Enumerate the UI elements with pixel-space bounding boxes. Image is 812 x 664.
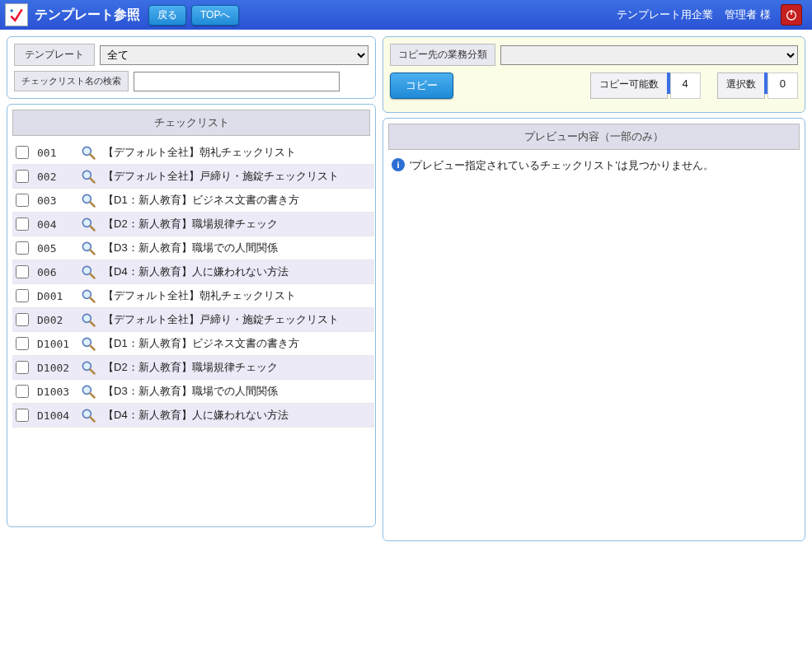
template-select[interactable]: 全て xyxy=(100,45,368,65)
row-checkbox[interactable] xyxy=(16,337,29,350)
svg-line-16 xyxy=(91,298,95,302)
row-title: 【デフォルト全社】戸締り・施錠チェックリスト xyxy=(103,312,371,327)
table-row: 003【D1：新人教育】ビジネス文書の書き方 xyxy=(12,189,374,213)
table-row: D1001【D1：新人教育】ビジネス文書の書き方 xyxy=(12,332,374,356)
copy-category-label: コピー先の業務分類 xyxy=(390,44,495,66)
preview-info-line: i 'プレビュー指定されているチェックリスト'は見つかりません。 xyxy=(392,158,800,173)
copy-button[interactable]: コピー xyxy=(390,72,453,99)
row-code: D001 xyxy=(37,290,73,302)
table-row: D002【デフォルト全社】戸締り・施錠チェックリスト xyxy=(12,308,374,332)
magnifier-icon[interactable] xyxy=(78,383,98,400)
svg-line-14 xyxy=(91,274,95,278)
selected-label: 選択数 xyxy=(717,72,765,99)
row-title: 【D3：新人教育】職場での人間関係 xyxy=(103,241,371,255)
row-checkbox[interactable] xyxy=(16,265,29,278)
table-row: 004【D2：新人教育】職場規律チェック xyxy=(12,213,374,236)
row-checkbox[interactable] xyxy=(16,170,29,183)
table-row: D1004【D4：新人教育】人に嫌われない方法 xyxy=(12,404,374,428)
row-code: 002 xyxy=(37,171,73,183)
preview-info-text: 'プレビュー指定されているチェックリスト'は見つかりません。 xyxy=(410,158,714,173)
magnifier-icon[interactable] xyxy=(78,335,98,352)
magnifier-icon[interactable] xyxy=(78,192,98,208)
checklist-body[interactable]: 001【デフォルト全社】朝礼チェックリスト002【デフォルト全社】戸締り・施錠チ… xyxy=(12,141,374,521)
magnifier-icon[interactable] xyxy=(78,168,98,185)
row-checkbox[interactable] xyxy=(16,361,29,374)
search-label: チェックリスト名の検索 xyxy=(14,71,129,91)
row-checkbox[interactable] xyxy=(16,409,29,422)
row-checkbox[interactable] xyxy=(16,289,29,302)
preview-body[interactable]: i 'プレビュー指定されているチェックリスト'は見つかりません。 xyxy=(388,155,804,535)
svg-line-8 xyxy=(91,203,95,207)
logout-button[interactable] xyxy=(781,4,802,26)
row-title: 【D4：新人教育】人に嫌われない方法 xyxy=(103,264,371,279)
row-code: 004 xyxy=(37,218,73,231)
row-title: 【D3：新人教育】職場での人間関係 xyxy=(103,384,371,399)
left-filter-box: テンプレート 全て チェックリスト名の検索 xyxy=(7,36,376,99)
row-code: D1002 xyxy=(37,362,73,374)
magnifier-icon[interactable] xyxy=(78,264,98,280)
row-title: 【D2：新人教育】職場規律チェック xyxy=(103,217,371,231)
svg-line-22 xyxy=(91,370,95,374)
copy-category-select[interactable] xyxy=(500,45,798,65)
table-row: D1002【D2：新人教育】職場規律チェック xyxy=(12,356,374,380)
magnifier-icon[interactable] xyxy=(78,144,98,161)
app-logo xyxy=(5,3,28,26)
back-button[interactable]: 戻る xyxy=(148,5,186,26)
topbar-right: テンプレート用企業 管理者 様 xyxy=(605,4,802,26)
magnifier-icon[interactable] xyxy=(78,311,98,328)
row-title: 【デフォルト全社】戸締り・施錠チェックリスト xyxy=(103,169,371,184)
magnifier-icon[interactable] xyxy=(78,288,98,304)
magnifier-icon[interactable] xyxy=(78,407,98,423)
row-title: 【デフォルト全社】朝礼チェックリスト xyxy=(103,145,371,160)
row-checkbox[interactable] xyxy=(16,146,29,159)
page-title: テンプレート参照 xyxy=(35,7,140,24)
row-title: 【D1：新人教育】ビジネス文書の書き方 xyxy=(103,336,371,351)
svg-line-12 xyxy=(91,250,95,255)
copy-box: コピー先の業務分類 コピー コピー可能数 4 選択数 0 xyxy=(383,36,805,113)
row-title: 【D2：新人教育】職場規律チェック xyxy=(103,360,371,375)
row-code: D1001 xyxy=(37,338,73,350)
row-code: D1003 xyxy=(37,386,73,398)
row-title: 【D1：新人教育】ビジネス文書の書き方 xyxy=(103,193,371,208)
company-label: テンプレート用企業 xyxy=(617,7,713,22)
checklist-panel: チェックリスト 001【デフォルト全社】朝礼チェックリスト002【デフォルト全社… xyxy=(7,104,376,527)
top-button[interactable]: TOPへ xyxy=(191,5,239,26)
svg-line-26 xyxy=(91,418,95,422)
selected-value: 0 xyxy=(767,72,798,99)
copyable-value: 4 xyxy=(670,72,701,99)
svg-line-4 xyxy=(91,155,95,159)
magnifier-icon[interactable] xyxy=(78,240,98,256)
row-code: 001 xyxy=(37,147,73,159)
checklist-header: チェックリスト xyxy=(12,110,370,136)
table-row: 002【デフォルト全社】戸締り・施錠チェックリスト xyxy=(12,165,374,189)
table-row: 001【デフォルト全社】朝礼チェックリスト xyxy=(12,141,374,165)
search-input[interactable] xyxy=(134,72,340,91)
row-checkbox[interactable] xyxy=(16,217,29,231)
svg-line-18 xyxy=(91,322,95,326)
power-icon xyxy=(785,8,798,21)
row-title: 【D4：新人教育】人に嫌われない方法 xyxy=(103,408,371,423)
info-icon: i xyxy=(392,158,405,171)
row-title: 【デフォルト全社】朝礼チェックリスト xyxy=(103,288,371,303)
row-code: 006 xyxy=(37,266,73,278)
table-row: 005【D3：新人教育】職場での人間関係 xyxy=(12,236,374,260)
magnifier-icon[interactable] xyxy=(78,216,98,232)
svg-line-20 xyxy=(91,346,95,350)
magnifier-icon[interactable] xyxy=(78,359,98,376)
row-checkbox[interactable] xyxy=(16,241,29,255)
row-code: 003 xyxy=(37,194,73,207)
table-row: D1003【D3：新人教育】職場での人間関係 xyxy=(12,380,374,404)
row-code: D002 xyxy=(37,314,73,326)
svg-point-0 xyxy=(11,9,13,12)
svg-line-24 xyxy=(91,394,95,398)
row-checkbox[interactable] xyxy=(16,385,29,398)
copyable-label: コピー可能数 xyxy=(590,72,668,99)
row-checkbox[interactable] xyxy=(16,194,29,207)
user-label: 管理者 様 xyxy=(725,7,771,22)
svg-line-10 xyxy=(91,227,95,231)
row-code: 005 xyxy=(37,242,73,255)
svg-line-6 xyxy=(91,179,95,183)
table-row: D001【デフォルト全社】朝礼チェックリスト xyxy=(12,284,374,308)
row-checkbox[interactable] xyxy=(16,313,29,326)
preview-header: プレビュー内容（一部のみ） xyxy=(388,124,800,150)
